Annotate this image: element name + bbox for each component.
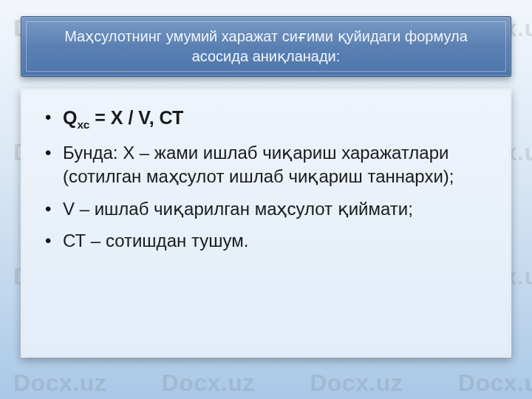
bullet-item: Бунда: Х – жами ишлаб чиқариш харажатлар… bbox=[41, 141, 491, 188]
bullet-formula: Qхс = Х / V, СТ bbox=[41, 106, 491, 132]
slide-title-text: Маҳсулотнинг умумий харажат сиғими қуйид… bbox=[47, 27, 485, 66]
formula-q: Q bbox=[63, 107, 77, 128]
watermark: Docx.uz bbox=[13, 369, 106, 397]
formula-rest: = Х / V, СТ bbox=[89, 107, 183, 128]
content-panel: Qхс = Х / V, СТ Бунда: Х – жами ишлаб чи… bbox=[21, 89, 511, 358]
watermark: Docx.uz bbox=[458, 369, 532, 397]
formula-text: Qхс = Х / V, СТ bbox=[63, 107, 183, 128]
bullet-list: Qхс = Х / V, СТ Бунда: Х – жами ишлаб чи… bbox=[41, 106, 491, 253]
slide-title-bar: Маҳсулотнинг умумий харажат сиғими қуйид… bbox=[21, 16, 511, 77]
watermark: Docx.uz bbox=[310, 369, 403, 397]
watermark-row: Docx.uz Docx.uz Docx.uz Docx.uz bbox=[0, 369, 532, 397]
bullet-item: V – ишлаб чиқарилган маҳсулот қиймати; bbox=[41, 197, 491, 221]
watermark: Docx.uz bbox=[162, 369, 255, 397]
slide-title-inner: Маҳсулотнинг умумий харажат сиғими қуйид… bbox=[26, 21, 506, 72]
formula-subscript: хс bbox=[77, 118, 89, 131]
bullet-item: СТ – сотишдан тушум. bbox=[41, 229, 491, 253]
